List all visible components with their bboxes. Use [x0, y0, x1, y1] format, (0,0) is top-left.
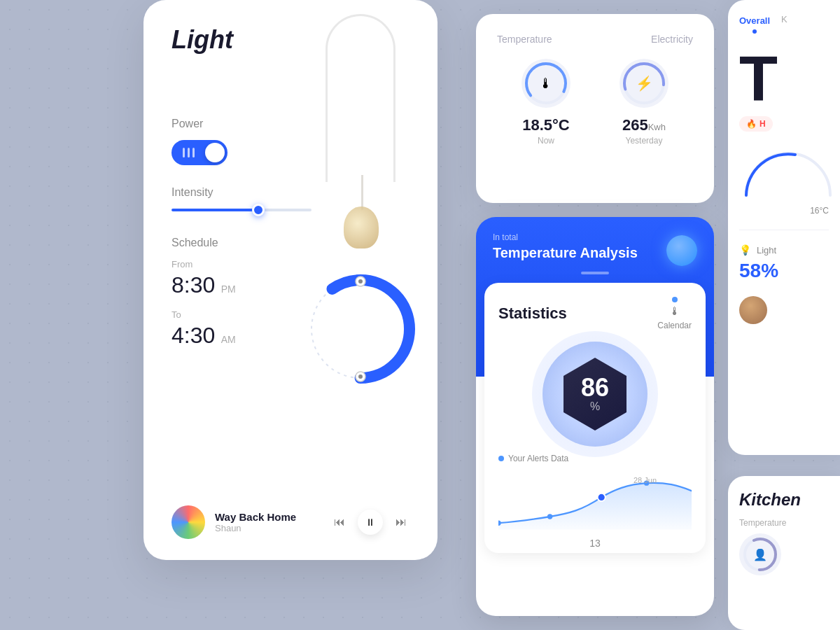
gauge-row: 🌡 18.5°C Now ⚡ 265Kwh Yesterday	[497, 59, 693, 146]
intensity-slider[interactable]	[172, 209, 312, 211]
calendar-label: Calendar	[657, 321, 692, 330]
chart-bottom-label: 13	[498, 538, 692, 549]
stats-title: Statistics	[498, 304, 567, 323]
tab-overall-label: Overall	[739, 15, 770, 26]
electricity-icon: ⚡	[636, 75, 653, 92]
person-icon: 👤	[753, 548, 767, 561]
electricity-gauge: ⚡ 265Kwh Yesterday	[620, 59, 668, 146]
arc-svg	[739, 143, 837, 199]
chart-svg	[498, 469, 692, 532]
music-title: Way Back Home	[215, 511, 321, 523]
kitchen-title: Kitchen	[739, 490, 829, 510]
music-info: Way Back Home Shaun	[215, 511, 321, 533]
thermometer-icon: 🌡	[539, 76, 553, 92]
temp-card-header: Temperature Electricity	[497, 34, 693, 45]
calendar-item[interactable]: 🌡 Calendar	[657, 297, 692, 330]
flame-icon: 🔥	[746, 119, 757, 129]
from-time: 8:30	[172, 272, 215, 298]
elec-value: 265Kwh	[620, 116, 668, 134]
alert-dot	[498, 456, 504, 461]
temp-sub: Now	[522, 136, 570, 146]
heat-label: H	[760, 119, 766, 129]
music-player: Way Back Home Shaun ⏮ ⏸ ⏭	[172, 505, 410, 539]
schedule-dial[interactable]	[298, 266, 424, 406]
tab-active-indicator	[752, 29, 757, 34]
music-controls: ⏮ ⏸ ⏭	[331, 510, 410, 535]
slider-thumb	[252, 204, 265, 216]
from-ampm: PM	[221, 284, 236, 295]
overall-card: Overall K T 🔥 H 16°C 💡 Light 58%	[728, 0, 840, 455]
tab-k[interactable]: K	[781, 14, 788, 34]
prev-button[interactable]: ⏮	[331, 514, 348, 531]
dial-svg	[298, 266, 424, 392]
album-art	[172, 505, 205, 539]
analysis-dot	[666, 235, 697, 266]
analysis-header-text: In total Temperature Analysis	[493, 232, 638, 261]
lamp-stem	[361, 175, 363, 210]
lamp-arc	[326, 14, 396, 182]
elec-sub: Yesterday	[620, 136, 668, 146]
chart-date: 28 Jun	[634, 476, 657, 484]
gauge-arc	[739, 143, 829, 199]
user-avatar	[739, 296, 767, 324]
light-bulb-icon: 💡	[739, 244, 751, 255]
toggle-line	[188, 148, 190, 158]
heat-badge: 🔥 H	[739, 116, 773, 132]
hex-outer-ring: 86 %	[542, 342, 648, 447]
analysis-title: Temperature Analysis	[493, 245, 638, 261]
kitchen-temp-label: Temperature	[739, 518, 829, 528]
stats-header: Statistics 🌡 Calendar	[498, 297, 692, 330]
temp-value: 18.5°C	[522, 116, 570, 134]
next-button[interactable]: ⏭	[393, 514, 410, 531]
overall-tabs: Overall K	[739, 14, 829, 34]
temperature-label: Temperature	[497, 34, 552, 45]
analysis-header: In total Temperature Analysis	[476, 217, 714, 277]
to-time: 4:30	[172, 323, 215, 348]
toggle-lines	[183, 148, 195, 158]
hex-percent: %	[590, 400, 600, 413]
lamp-decoration	[284, 14, 410, 210]
kitchen-card: Kitchen Temperature 👤	[728, 476, 840, 630]
svg-point-3	[358, 279, 363, 284]
chart-area: 28 Jun 13	[498, 469, 692, 539]
light-indicator-row: 💡 Light	[739, 244, 829, 255]
svg-point-5	[358, 374, 363, 379]
electricity-label: Electricity	[651, 34, 693, 45]
hex-value: 86	[581, 375, 609, 400]
temp-min-label: 16°C	[739, 206, 829, 216]
avatar-row	[739, 296, 829, 324]
svg-point-1	[312, 280, 410, 378]
temp-electricity-card: Temperature Electricity 🌡 18.5°C Now	[476, 14, 714, 203]
toggle-line	[192, 148, 195, 158]
to-ampm: AM	[221, 334, 236, 345]
svg-point-11	[598, 493, 606, 501]
light-row-label: Light	[757, 245, 829, 255]
alerts-text: Your Alerts Data	[508, 454, 568, 463]
kitchen-gauge: 👤	[739, 533, 781, 575]
hex-shape: 86 %	[564, 358, 626, 430]
light-card: Light Power Intensity Schedule From 8:30…	[144, 0, 438, 560]
music-artist: Shaun	[215, 523, 321, 533]
play-pause-button[interactable]: ⏸	[358, 510, 383, 535]
temperature-gauge: 🌡 18.5°C Now	[522, 59, 570, 146]
temp-gauge-circle: 🌡	[522, 59, 570, 108]
light-percentage: 58%	[739, 260, 829, 282]
tab-overall[interactable]: Overall	[739, 14, 770, 34]
divider	[739, 230, 829, 230]
stats-inner-card: Statistics 🌡 Calendar 86 % Your Alerts D…	[484, 283, 706, 553]
in-total-label: In total	[493, 232, 638, 242]
toggle-knob	[205, 143, 225, 162]
calendar-icon: 🌡	[669, 305, 680, 318]
hex-gauge-container: 86 %	[498, 342, 692, 447]
big-temp-display: T	[739, 48, 829, 111]
lamp-bulb	[344, 206, 379, 248]
power-toggle[interactable]	[172, 140, 227, 165]
elec-gauge-circle: ⚡	[620, 59, 668, 108]
calendar-dot	[672, 297, 678, 302]
toggle-line	[183, 148, 185, 158]
temperature-analysis-card: In total Temperature Analysis Statistics…	[476, 217, 714, 616]
svg-point-10	[547, 514, 552, 519]
